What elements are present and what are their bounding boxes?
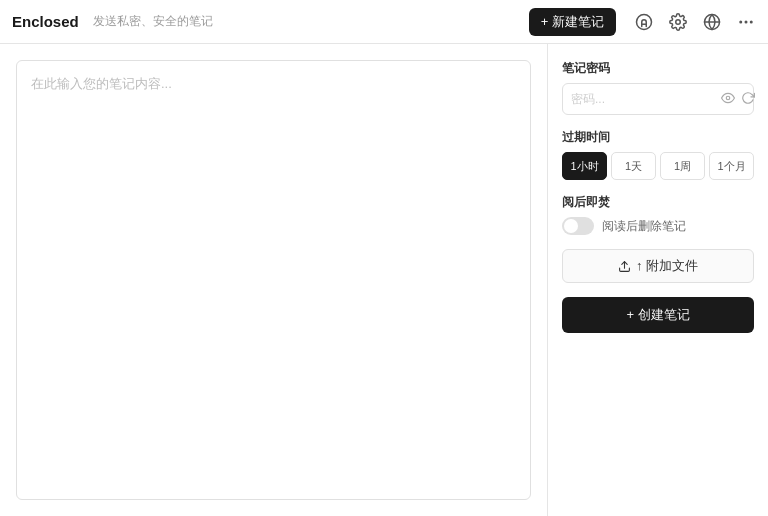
refresh-icon[interactable] <box>741 91 755 108</box>
expiry-section: 过期时间 1小时 1天 1周 1个月 <box>562 129 754 180</box>
svg-point-5 <box>739 20 742 23</box>
read-destroy-label: 阅后即焚 <box>562 194 754 211</box>
svg-point-8 <box>726 96 730 100</box>
toggle-row: 阅读后删除笔记 <box>562 217 754 235</box>
expiry-section-label: 过期时间 <box>562 129 754 146</box>
create-note-label: + 创建笔记 <box>626 306 689 324</box>
editor-area <box>0 44 548 516</box>
password-input-wrap <box>562 83 754 115</box>
eye-icon[interactable] <box>721 91 735 108</box>
note-textarea[interactable] <box>16 60 531 500</box>
settings-icon[interactable] <box>668 12 688 32</box>
expiry-buttons: 1小时 1天 1周 1个月 <box>562 152 754 180</box>
svg-point-0 <box>637 14 652 29</box>
app-title: Enclosed <box>12 13 79 30</box>
expiry-1day-button[interactable]: 1天 <box>611 152 656 180</box>
github-icon[interactable] <box>634 12 654 32</box>
expiry-1hour-button[interactable]: 1小时 <box>562 152 607 180</box>
password-input[interactable] <box>571 92 721 106</box>
svg-point-2 <box>676 19 681 24</box>
password-section-label: 笔记密码 <box>562 60 754 77</box>
app-subtitle: 发送私密、安全的笔记 <box>93 13 213 30</box>
attach-file-button[interactable]: ↑ 附加文件 <box>562 249 754 283</box>
more-icon[interactable] <box>736 12 756 32</box>
read-destroy-toggle[interactable] <box>562 217 594 235</box>
sidebar: 笔记密码 <box>548 44 768 516</box>
main-content: 笔记密码 <box>0 44 768 516</box>
expiry-1month-button[interactable]: 1个月 <box>709 152 754 180</box>
attach-file-label: ↑ 附加文件 <box>636 257 698 275</box>
read-destroy-section: 阅后即焚 阅读后删除笔记 <box>562 194 754 235</box>
create-note-button[interactable]: + 创建笔记 <box>562 297 754 333</box>
header-icons <box>634 12 756 32</box>
new-note-button[interactable]: + 新建笔记 <box>529 8 616 36</box>
svg-point-7 <box>750 20 753 23</box>
expiry-1week-button[interactable]: 1周 <box>660 152 705 180</box>
toggle-label: 阅读后删除笔记 <box>602 218 686 235</box>
header: Enclosed 发送私密、安全的笔记 + 新建笔记 <box>0 0 768 44</box>
password-section: 笔记密码 <box>562 60 754 115</box>
password-icons <box>721 91 755 108</box>
svg-point-6 <box>745 20 748 23</box>
language-icon[interactable] <box>702 12 722 32</box>
